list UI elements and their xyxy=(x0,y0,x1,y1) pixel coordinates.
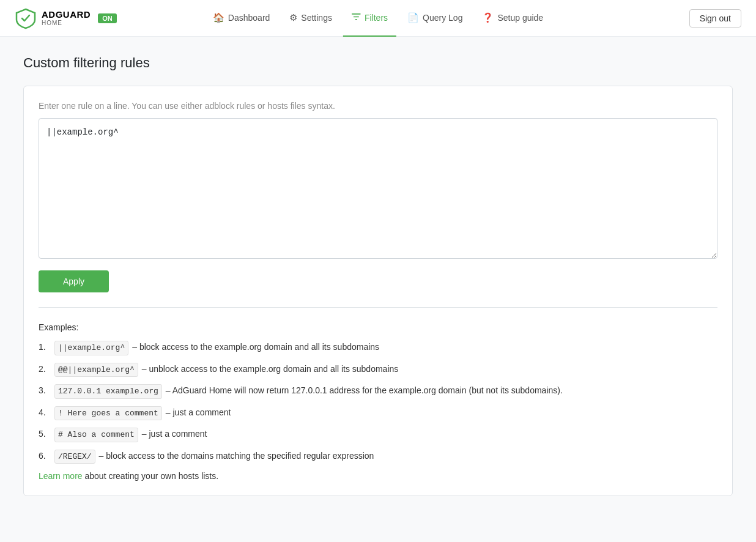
status-badge: ON xyxy=(98,13,117,23)
list-item: # Also a comment – just a comment xyxy=(39,428,717,442)
learn-more-link[interactable]: Learn more xyxy=(39,471,83,481)
example-code-1: ||example.org^ xyxy=(54,341,128,355)
nav-item-dashboard[interactable]: 🏠 Dashboard xyxy=(204,0,279,37)
learn-more-section: Learn more about creating your own hosts… xyxy=(39,471,717,481)
home-icon: 🏠 xyxy=(213,12,224,23)
nav-label-settings: Settings xyxy=(301,13,332,23)
learn-more-text: about creating your own hosts lists. xyxy=(83,471,219,481)
list-item: @@||example.org^ – unblock access to the… xyxy=(39,363,717,377)
filter-icon xyxy=(352,12,361,23)
logo-text: ADGUARD HOME xyxy=(42,10,91,27)
example-code-5: # Also a comment xyxy=(54,428,138,442)
list-item: ! Here goes a comment – just a comment xyxy=(39,406,717,421)
example-desc-4: – just a comment xyxy=(166,406,231,419)
help-icon: ❓ xyxy=(482,12,494,23)
logo-brand: ADGUARD xyxy=(42,10,91,20)
header: ADGUARD HOME ON 🏠 Dashboard ⚙ Settings F… xyxy=(0,0,756,37)
nav-item-query-log[interactable]: 📄 Query Log xyxy=(399,0,471,37)
example-desc-6: – block access to the domains matching t… xyxy=(99,450,374,462)
sign-out-button[interactable]: Sign out xyxy=(689,9,741,28)
nav-item-setup-guide[interactable]: ❓ Setup guide xyxy=(473,0,552,37)
filtering-rules-card: Enter one rule on a line. You can use ei… xyxy=(23,86,733,496)
list-item: 127.0.0.1 example.org – AdGuard Home wil… xyxy=(39,384,717,399)
instruction-text: Enter one rule on a line. You can use ei… xyxy=(39,101,717,111)
example-desc-1: – block access to the example.org domain… xyxy=(132,341,379,354)
main-nav: 🏠 Dashboard ⚙ Settings Filters 📄 Query L… xyxy=(204,0,552,37)
example-desc-5: – just a comment xyxy=(142,428,207,440)
list-item: ||example.org^ – block access to the exa… xyxy=(39,341,717,355)
logo-shield-icon xyxy=(15,7,37,29)
examples-title: Examples: xyxy=(39,322,717,332)
logo-area: ADGUARD HOME ON xyxy=(15,7,117,29)
nav-label-filters: Filters xyxy=(365,13,388,23)
nav-item-filters[interactable]: Filters xyxy=(343,0,396,37)
list-item: /REGEX/ – block access to the domains ma… xyxy=(39,450,717,464)
rules-textarea[interactable]: ||example.org^ xyxy=(39,118,717,259)
nav-label-setup-guide: Setup guide xyxy=(497,13,543,23)
nav-label-dashboard: Dashboard xyxy=(228,13,270,23)
example-desc-2: – unblock access to the example.org doma… xyxy=(142,363,398,376)
nav-item-settings[interactable]: ⚙ Settings xyxy=(281,0,341,37)
settings-icon: ⚙ xyxy=(289,12,297,23)
examples-list: ||example.org^ – block access to the exa… xyxy=(39,341,717,464)
query-log-icon: 📄 xyxy=(407,12,419,23)
example-code-3: 127.0.0.1 example.org xyxy=(54,384,162,399)
example-desc-3: – AdGuard Home will now return 127.0.0.1… xyxy=(166,384,563,397)
nav-label-query-log: Query Log xyxy=(423,13,462,23)
apply-button[interactable]: Apply xyxy=(39,270,109,292)
example-code-4: ! Here goes a comment xyxy=(54,406,162,421)
section-divider xyxy=(39,307,717,308)
logo-product: HOME xyxy=(42,20,91,26)
main-content: Custom filtering rules Enter one rule on… xyxy=(11,37,745,514)
example-code-2: @@||example.org^ xyxy=(54,363,138,377)
example-code-6: /REGEX/ xyxy=(54,450,95,464)
page-title: Custom filtering rules xyxy=(23,55,733,71)
